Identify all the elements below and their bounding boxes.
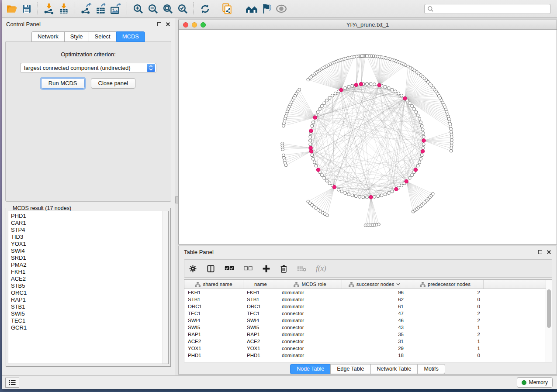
column-header-name[interactable]: name	[243, 280, 278, 289]
export-table-button[interactable]	[94, 2, 107, 16]
split-columns-icon[interactable]	[207, 265, 215, 273]
task-history-button[interactable]	[5, 378, 19, 388]
optimization-criterion-select[interactable]: largest connected component (undirected)	[20, 63, 156, 73]
import-network-icon	[43, 3, 55, 14]
show-all-button[interactable]	[275, 2, 288, 16]
save-session-icon	[21, 3, 32, 14]
minimize-window-icon[interactable]	[192, 22, 197, 28]
table-row[interactable]: FKH1FKH1dominator962	[184, 289, 552, 296]
tab-network-table[interactable]: Network Table	[370, 364, 418, 374]
table-cell-filler	[484, 338, 552, 345]
mcds-result-item[interactable]: TID3	[11, 234, 160, 241]
node-table: shared name name MCDS role successor nod…	[184, 279, 552, 362]
mcds-result-item[interactable]: TEC1	[11, 317, 160, 324]
delete-icon[interactable]	[280, 265, 287, 273]
zoom-in-button[interactable]	[131, 2, 145, 16]
close-panel-icon[interactable]	[166, 22, 170, 27]
tab-motifs[interactable]: Motifs	[417, 364, 445, 374]
node-table-body: FKH1FKH1dominator962STB1STB1dominator620…	[184, 289, 552, 359]
tab-network[interactable]: Network	[31, 31, 64, 42]
zoom-selected-button[interactable]	[176, 2, 189, 16]
table-cell: 0	[407, 352, 484, 359]
import-table-button[interactable]	[57, 2, 70, 16]
memory-status-icon	[522, 380, 526, 385]
mcds-result-item[interactable]: SWI5	[11, 310, 160, 317]
mcds-result-item[interactable]: ACE2	[11, 275, 160, 282]
column-header-successor-nodes[interactable]: successor nodes	[342, 280, 407, 289]
zoom-fit-button[interactable]	[161, 2, 174, 16]
hierarchy-icon	[349, 282, 354, 287]
mcds-result-item[interactable]: CAR1	[11, 220, 160, 227]
tab-style[interactable]: Style	[64, 31, 89, 42]
clone-network-button[interactable]	[221, 2, 234, 16]
mcds-result-item[interactable]: STB5	[11, 282, 160, 289]
close-window-icon[interactable]	[183, 22, 188, 28]
mcds-result-item[interactable]: SWI4	[11, 248, 160, 254]
table-cell: dominator	[278, 303, 342, 310]
zoom-out-button[interactable]	[146, 2, 159, 16]
task-list-icon	[9, 380, 16, 385]
export-image-button[interactable]	[109, 2, 122, 16]
mcds-result-item[interactable]: ORC1	[11, 289, 160, 296]
hide-selected-button[interactable]	[260, 2, 273, 16]
network-canvas[interactable]	[179, 30, 557, 244]
mcds-result-item[interactable]: FKH1	[11, 268, 160, 275]
splitter-handle[interactable]	[175, 196, 178, 203]
run-mcds-button[interactable]: Run MCDS	[41, 78, 85, 89]
select-all-icon[interactable]	[225, 265, 234, 272]
table-cell: RAP1	[243, 331, 278, 338]
table-row[interactable]: RAP1RAP1dominator352	[184, 331, 552, 338]
table-row[interactable]: SWI4SWI4dominator462	[184, 317, 552, 324]
apply-layout-button[interactable]	[198, 2, 211, 16]
gear-icon[interactable]	[189, 265, 197, 273]
import-network-button[interactable]	[42, 2, 55, 16]
table-cell-filler	[484, 296, 552, 303]
mcds-result-item[interactable]: GCR1	[11, 324, 160, 331]
mcds-result-item[interactable]: STB1	[11, 303, 160, 310]
column-header-shared-name[interactable]: shared name	[184, 280, 243, 289]
maximize-window-icon[interactable]	[201, 22, 206, 28]
table-row[interactable]: SWI5SWI5connector431	[184, 324, 552, 331]
mcds-result-item[interactable]: SRD1	[11, 254, 160, 261]
add-column-icon[interactable]	[262, 265, 270, 273]
table-row[interactable]: STB1STB1dominator620	[184, 296, 552, 303]
column-header-predecessor-nodes[interactable]: predecessor nodes	[407, 280, 484, 289]
table-row[interactable]: ACE2ACE2connector311	[184, 338, 552, 345]
float-panel-icon[interactable]	[157, 22, 161, 26]
mcds-result-list: PHD1CAR1STP4TID3YOX1SWI4SRD1PMA2FKH1ACE2…	[8, 211, 163, 364]
table-row[interactable]: ORC1ORC1dominator610	[184, 303, 552, 310]
mcds-result-item[interactable]: YOX1	[11, 241, 160, 248]
tab-mcds[interactable]: MCDS	[116, 31, 145, 42]
table-row[interactable]: YOX1YOX1connector291	[184, 345, 552, 352]
toolbar-separator	[127, 2, 127, 15]
close-table-panel-icon[interactable]	[547, 250, 551, 254]
table-scrollbar-thumb[interactable]	[547, 289, 551, 328]
first-neighbors-button[interactable]	[245, 2, 258, 16]
close-panel-button[interactable]: Close panel	[91, 78, 136, 89]
export-network-button[interactable]	[80, 2, 93, 16]
tab-edge-table[interactable]: Edge Table	[330, 364, 370, 374]
float-table-panel-icon[interactable]	[538, 250, 542, 254]
search-input[interactable]	[424, 4, 551, 14]
table-row[interactable]: PHD1PHD1dominator180	[184, 352, 552, 359]
mcds-list-scrollbar[interactable]	[163, 211, 169, 364]
open-file-button[interactable]	[5, 2, 18, 16]
table-cell-filler	[484, 289, 552, 296]
network-titlebar[interactable]: YPA_prune.txt_1	[179, 20, 557, 30]
table-row[interactable]: TEC1TEC1connector472	[184, 310, 552, 317]
tab-node-table[interactable]: Node Table	[290, 364, 330, 374]
tab-select[interactable]: Select	[89, 31, 116, 42]
mcds-result-item[interactable]: RAP1	[11, 296, 160, 303]
save-session-button[interactable]	[20, 2, 33, 16]
mcds-result-item[interactable]: STP4	[11, 227, 160, 234]
panel-splitter[interactable]	[175, 18, 178, 375]
table-vertical-scrollbar[interactable]	[546, 280, 552, 362]
table-cell: 1	[407, 338, 484, 345]
status-bar: Memory	[2, 375, 557, 389]
column-header-mcds-role[interactable]: MCDS role	[278, 280, 342, 289]
mcds-result-item[interactable]: PMA2	[11, 261, 160, 268]
window-controls	[183, 22, 206, 28]
deselect-all-icon[interactable]	[244, 265, 253, 272]
memory-button[interactable]: Memory	[517, 377, 553, 388]
mcds-result-item[interactable]: PHD1	[11, 213, 160, 220]
